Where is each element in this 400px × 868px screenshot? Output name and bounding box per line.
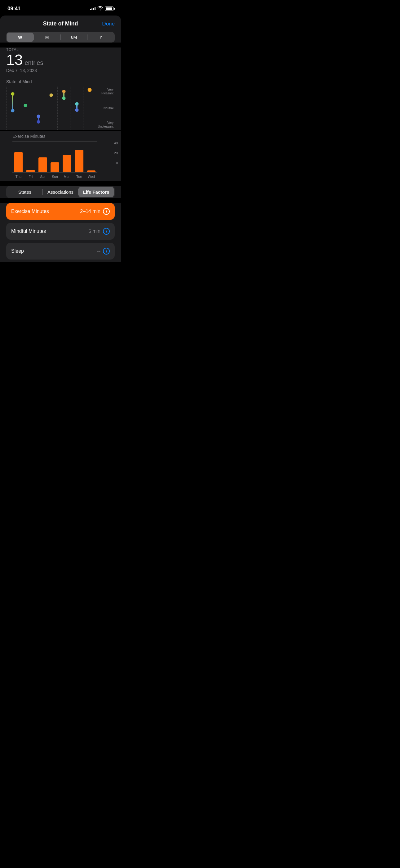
day-sun: Sun xyxy=(52,175,58,179)
page-title: State of Mind xyxy=(43,21,78,27)
hgrid-0 xyxy=(12,172,97,173)
col-fri xyxy=(19,87,32,130)
y-label-0: 0 xyxy=(116,161,118,165)
bar-wed-fill xyxy=(87,170,96,172)
mind-chart-y-labels: Very Pleasant Neutral Very Unpleasant xyxy=(96,87,115,130)
bar-thu-fill xyxy=(14,152,23,172)
status-icons xyxy=(90,6,113,11)
factor-mindful-name: Mindful Minutes xyxy=(11,228,46,234)
day-sat: Sat xyxy=(40,175,45,179)
x-label-tue: Tue xyxy=(73,174,85,179)
tab-life-factors[interactable]: Life Factors xyxy=(78,187,114,197)
tabs-container-bg: States Associations Life Factors xyxy=(0,186,121,198)
tab-states[interactable]: States xyxy=(7,187,42,197)
signal-icon xyxy=(90,7,96,10)
factor-sleep-right: -- i xyxy=(97,248,110,254)
bottom-tabs: States Associations Life Factors xyxy=(6,186,115,198)
bar-mon xyxy=(61,155,73,172)
bar-fri xyxy=(25,170,37,172)
col-wed xyxy=(84,87,96,130)
main-scroll: State of Mind Done W M 6M Y TOTAL 13 ent… xyxy=(0,16,121,262)
mind-chart-section: State of Mind xyxy=(0,79,121,130)
x-label-thu: Thu xyxy=(12,174,25,179)
factor-exercise-info[interactable]: i xyxy=(103,208,110,215)
day-tue: Tue xyxy=(76,175,82,179)
factor-exercise[interactable]: Exercise Minutes 2–14 min i xyxy=(6,203,115,220)
date-range: Dec 7–13, 2023 xyxy=(6,68,115,73)
stats-section: TOTAL 13 entries Dec 7–13, 2023 xyxy=(0,48,121,79)
exercise-chart-bars xyxy=(12,141,97,172)
col-sun xyxy=(45,87,58,130)
col-mon xyxy=(58,87,70,130)
day-mon: Mon xyxy=(64,175,70,179)
x-label-sat: Sat xyxy=(37,174,49,179)
total-count-row: 13 entries xyxy=(6,53,115,67)
bar-thu xyxy=(12,152,25,172)
segment-6month[interactable]: 6M xyxy=(61,33,88,42)
x-label-fri: Fri xyxy=(25,174,37,179)
bar-tue xyxy=(73,150,85,172)
factor-mindful-value: 5 min xyxy=(88,228,100,234)
battery-icon xyxy=(105,6,113,11)
y-label-very-unpleasant: Very Unpleasant xyxy=(96,121,115,128)
bar-wed xyxy=(85,170,97,172)
x-label-sun: Sun xyxy=(49,174,61,179)
x-label-wed: Wed xyxy=(85,174,97,179)
exercise-section: Exercise Minutes xyxy=(0,131,121,181)
factor-mindful-info[interactable]: i xyxy=(103,228,110,235)
total-count: 13 xyxy=(6,53,23,67)
exercise-x-labels: Thu Fri Sat Sun Mon Tue Wed xyxy=(12,174,108,179)
bar-sat xyxy=(37,157,49,172)
y-label-40: 40 xyxy=(114,141,118,145)
factor-exercise-name: Exercise Minutes xyxy=(11,209,49,214)
col-sat xyxy=(32,87,45,130)
segment-month[interactable]: M xyxy=(34,33,61,42)
day-wed: Wed xyxy=(88,175,95,179)
factor-mindful[interactable]: Mindful Minutes 5 min i xyxy=(6,223,115,240)
life-factors-list: Exercise Minutes 2–14 min i Mindful Minu… xyxy=(0,203,121,262)
bar-tue-fill xyxy=(75,150,84,172)
factor-sleep-info[interactable]: i xyxy=(103,248,110,254)
col-tue xyxy=(70,87,83,130)
bar-sun xyxy=(49,162,61,172)
y-label-very-pleasant: Very Pleasant xyxy=(96,88,115,95)
bar-sun-fill xyxy=(51,162,59,172)
segment-year[interactable]: Y xyxy=(88,33,114,42)
exercise-chart-container: 40 20 0 xyxy=(12,141,108,172)
mind-chart-label: State of Mind xyxy=(6,79,115,84)
mind-chart-grid xyxy=(6,87,96,130)
y-label-neutral: Neutral xyxy=(96,106,115,110)
bar-mon-fill xyxy=(63,155,71,172)
exercise-chart-wrapper-outer: Exercise Minutes xyxy=(6,131,115,179)
mind-chart: Very Pleasant Neutral Very Unpleasant xyxy=(6,87,115,130)
header: State of Mind Done W M 6M Y xyxy=(0,16,121,42)
factor-sleep-name: Sleep xyxy=(11,248,24,254)
exercise-chart-label: Exercise Minutes xyxy=(12,134,108,139)
status-time: 09:41 xyxy=(7,6,21,12)
status-bar: 09:41 xyxy=(0,0,121,16)
life-factors-section: Exercise Minutes 2–14 min i Mindful Minu… xyxy=(0,203,121,262)
done-button[interactable]: Done xyxy=(102,21,115,27)
time-range-control: W M 6M Y xyxy=(6,32,115,42)
col-thu xyxy=(6,87,19,130)
x-label-mon: Mon xyxy=(61,174,73,179)
total-entries-label: entries xyxy=(25,59,43,66)
header-row: State of Mind Done xyxy=(6,21,115,27)
factor-mindful-right: 5 min i xyxy=(88,228,110,235)
factor-sleep-value: -- xyxy=(97,248,100,254)
bar-fri-fill xyxy=(26,170,35,172)
exercise-y-labels: 40 20 0 xyxy=(114,141,118,165)
factor-exercise-value: 2–14 min xyxy=(80,209,100,214)
day-fri: Fri xyxy=(29,175,33,179)
factor-exercise-right: 2–14 min i xyxy=(80,208,110,215)
wifi-icon xyxy=(97,6,103,11)
total-label: TOTAL xyxy=(6,48,115,52)
bar-sat-fill xyxy=(38,157,47,172)
day-thu: Thu xyxy=(15,175,22,179)
factor-sleep[interactable]: Sleep -- i xyxy=(6,243,115,259)
tab-associations[interactable]: Associations xyxy=(43,187,78,197)
segment-week[interactable]: W xyxy=(7,33,33,42)
y-label-20: 20 xyxy=(114,151,118,155)
